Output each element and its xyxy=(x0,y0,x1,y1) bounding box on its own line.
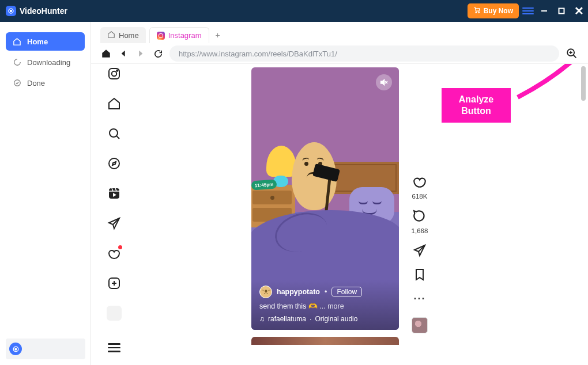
audio-thumbnail[interactable] xyxy=(412,317,428,333)
spinner-icon xyxy=(13,58,21,67)
nav-back-button[interactable] xyxy=(118,48,129,59)
svg-point-8 xyxy=(14,348,16,349)
embedded-browser: Home Instagram + xyxy=(91,22,588,365)
tab-label: Instagram xyxy=(168,31,202,40)
reel-username[interactable]: happypotato xyxy=(277,288,320,296)
follow-button[interactable]: Follow xyxy=(331,287,362,297)
reel-caption: send them this 🫶 ... more xyxy=(259,302,391,310)
cart-icon xyxy=(473,6,481,16)
rail-search-icon[interactable] xyxy=(107,126,122,141)
rail-messages-icon[interactable] xyxy=(107,216,122,231)
maximize-button[interactable] xyxy=(555,4,568,18)
instagram-nav-rail xyxy=(100,66,128,355)
app-badge-icon xyxy=(9,343,22,355)
svg-line-17 xyxy=(117,136,120,139)
home-icon xyxy=(107,31,115,40)
app-sidebar: Home Downloading Done xyxy=(0,22,91,365)
app-logo: VideoHunter xyxy=(0,6,67,16)
share-button[interactable] xyxy=(412,242,428,258)
reel-video[interactable]: 11:45pm ᵔᴥᵔ happypotato • Follow xyxy=(251,67,399,330)
nav-forward-button[interactable] xyxy=(135,48,146,59)
new-tab-button[interactable]: + xyxy=(213,30,223,40)
sidebar-item-label: Done xyxy=(27,79,45,88)
like-count: 618K xyxy=(412,193,428,200)
nav-reload-button[interactable] xyxy=(152,48,164,59)
tab-row: Home Instagram + xyxy=(91,22,588,41)
rail-notifications-icon[interactable] xyxy=(107,246,122,261)
footer-account-box[interactable] xyxy=(6,339,85,359)
svg-point-3 xyxy=(478,12,480,13)
minimize-button[interactable] xyxy=(537,4,551,18)
rail-profile-icon[interactable] xyxy=(107,306,122,321)
svg-point-1 xyxy=(10,10,12,12)
svg-line-10 xyxy=(574,55,576,58)
reel-actions: 618K 1,668 ··· xyxy=(407,173,432,333)
svg-rect-5 xyxy=(559,9,564,14)
url-row xyxy=(91,41,588,63)
comment-button[interactable] xyxy=(412,208,428,224)
comment-count: 1,668 xyxy=(412,227,428,234)
rail-create-icon[interactable] xyxy=(107,276,122,291)
analyze-callout: Analyze Button xyxy=(442,88,511,123)
rail-menu-icon[interactable] xyxy=(107,340,122,355)
tab-instagram[interactable]: Instagram xyxy=(149,27,209,43)
svg-rect-19 xyxy=(109,188,119,199)
home-icon xyxy=(13,37,21,46)
instagram-logo-icon[interactable] xyxy=(107,66,122,81)
svg-point-2 xyxy=(476,12,477,13)
rail-home-icon[interactable] xyxy=(107,96,122,111)
sidebar-item-downloading[interactable]: Downloading xyxy=(6,53,85,71)
svg-point-6 xyxy=(14,80,20,86)
like-button[interactable] xyxy=(412,173,428,189)
reel-audio[interactable]: ♫ rafaellatuma · Original audio xyxy=(259,315,391,323)
nav-home-button[interactable] xyxy=(100,48,112,59)
close-button[interactable]: ✕ xyxy=(572,4,586,18)
reel-column: 11:45pm ᵔᴥᵔ happypotato • Follow xyxy=(251,63,399,345)
check-icon xyxy=(13,79,21,88)
caption-more[interactable]: ... more xyxy=(319,302,344,310)
rail-explore-icon[interactable] xyxy=(107,156,122,171)
svg-point-18 xyxy=(109,158,119,169)
save-button[interactable] xyxy=(412,267,428,283)
analyze-button[interactable] xyxy=(565,47,579,60)
instagram-icon xyxy=(157,32,165,40)
sidebar-item-home[interactable]: Home xyxy=(6,32,85,51)
embedded-page: Analyze Button xyxy=(91,63,588,365)
rail-reels-icon[interactable] xyxy=(107,186,122,201)
tab-label: Home xyxy=(119,31,139,40)
buy-now-button[interactable]: Buy Now xyxy=(468,3,519,18)
svg-point-15 xyxy=(116,70,118,71)
prev-reel-thumbnail[interactable] xyxy=(407,63,421,64)
svg-point-16 xyxy=(110,129,118,137)
app-name: VideoHunter xyxy=(20,6,67,16)
more-button[interactable]: ··· xyxy=(412,291,428,307)
sidebar-item-done[interactable]: Done xyxy=(6,74,85,92)
url-input[interactable] xyxy=(169,45,559,62)
sidebar-item-label: Downloading xyxy=(27,58,70,67)
main-menu-button[interactable] xyxy=(522,5,534,17)
clock-time: 11:45pm xyxy=(251,179,277,190)
scrollbar[interactable] xyxy=(581,66,586,101)
titlebar: VideoHunter Buy Now ✕ xyxy=(0,0,588,22)
user-avatar[interactable]: ᵔᴥᵔ xyxy=(259,286,272,298)
buy-now-label: Buy Now xyxy=(484,7,513,15)
next-reel-sliver[interactable] xyxy=(251,337,399,345)
svg-point-14 xyxy=(112,71,116,76)
callout-arrow xyxy=(504,63,588,109)
app-logo-icon xyxy=(6,6,16,16)
tab-home[interactable]: Home xyxy=(100,27,146,43)
music-icon: ♫ xyxy=(259,315,265,323)
sidebar-item-label: Home xyxy=(27,37,48,46)
reel-overlay: ᵔᴥᵔ happypotato • Follow send them this … xyxy=(251,280,399,330)
